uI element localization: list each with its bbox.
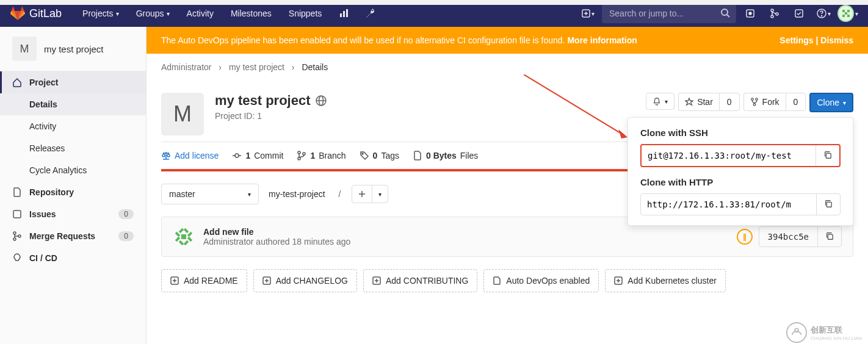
plus-square-icon [262, 276, 271, 285]
notice-more-link[interactable]: More information [567, 35, 637, 45]
copy-ssh-button[interactable] [816, 145, 839, 166]
svg-rect-49 [179, 240, 184, 245]
help-icon[interactable]: ▾ [813, 3, 834, 24]
todos-icon[interactable] [789, 3, 809, 24]
plus-square-icon [170, 276, 179, 285]
nav-projects[interactable]: Projects▾ [74, 2, 128, 24]
svg-rect-45 [179, 228, 184, 233]
sidebar-item-activity[interactable]: Activity [0, 115, 146, 137]
auto-devops-button[interactable]: Auto DevOps enabled [483, 269, 599, 292]
scrollbar-top[interactable] [0, 0, 868, 5]
merge-icon[interactable] [764, 3, 785, 24]
issues-icon[interactable] [740, 3, 761, 24]
copy-hash-button[interactable] [817, 227, 841, 246]
clone-ssh-field [640, 144, 841, 167]
files-link[interactable]: 0 Bytes Files [413, 151, 478, 160]
breadcrumb: Administrator › my test project › Detail… [146, 54, 868, 81]
svg-rect-0 [340, 13, 342, 17]
breadcrumb-admin[interactable]: Administrator [161, 62, 211, 72]
svg-rect-19 [842, 15, 845, 17]
add-license-link[interactable]: Add license [161, 151, 219, 160]
svg-rect-46 [187, 232, 192, 237]
logo[interactable]: GitLab [10, 6, 62, 21]
svg-rect-16 [842, 10, 845, 12]
nav-snippets[interactable]: Snippets [280, 2, 330, 24]
tag-icon [360, 151, 369, 160]
pipeline-status-icon[interactable]: || [737, 229, 753, 245]
svg-line-33 [524, 74, 624, 135]
merge-sidebar-icon [12, 231, 22, 241]
notice-dismiss-link[interactable]: Dismiss [820, 35, 853, 45]
fork-count[interactable]: 0 [786, 93, 806, 111]
chevron-down-icon: ▾ [116, 10, 119, 17]
sidebar-item-issues[interactable]: Issues 0 [0, 203, 146, 225]
svg-point-6 [722, 9, 728, 15]
watermark-text: 创新互联 [811, 325, 862, 336]
sidebar-item-cycle[interactable]: Cycle Analytics [0, 159, 146, 181]
chevron-down-icon: ▾ [843, 99, 846, 106]
user-menu[interactable]: ▾ [837, 3, 858, 24]
svg-rect-20 [847, 15, 850, 17]
fork-button[interactable]: Fork [743, 93, 786, 111]
clone-ssh-title: Clone with SSH [640, 128, 841, 138]
svg-rect-50 [187, 237, 192, 242]
nav-milestones[interactable]: Milestones [222, 2, 280, 24]
nav-activity[interactable]: Activity [178, 2, 222, 24]
svg-point-29 [755, 98, 758, 101]
fork-icon [750, 98, 759, 106]
chevron-down-icon: ▾ [378, 191, 382, 198]
add-changelog-button[interactable]: Add CHANGELOG [253, 269, 357, 292]
sidebar-item-details[interactable]: Details [0, 93, 146, 115]
star-count[interactable]: 0 [719, 93, 740, 111]
notification-button[interactable]: ▾ [646, 93, 675, 110]
svg-rect-18 [845, 12, 847, 15]
add-contributing-button[interactable]: Add CONTRIBUTING [363, 269, 477, 292]
add-file-dropdown: ▾ [352, 185, 388, 203]
annotation-arrow [524, 74, 634, 148]
plus-dropdown-toggle[interactable]: ▾ [372, 185, 388, 203]
svg-point-15 [821, 16, 822, 16]
svg-rect-2 [346, 9, 348, 17]
plus-button[interactable]: ▾ [577, 3, 598, 24]
project-avatar: M [161, 93, 204, 135]
sidebar-item-merge[interactable]: Merge Requests 0 [0, 225, 146, 247]
clone-ssh-input[interactable] [642, 145, 816, 166]
copy-http-button[interactable] [816, 194, 840, 215]
sidebar-project-header[interactable]: M my test project [0, 27, 146, 71]
main: The Auto DevOps pipeline has been enable… [146, 27, 868, 344]
repo-path[interactable]: my-test-project [266, 184, 328, 204]
clone-http-title: Clone with HTTP [640, 177, 841, 187]
add-readme-button[interactable]: Add README [161, 269, 247, 292]
devops-notice: The Auto DevOps pipeline has been enable… [146, 27, 868, 54]
svg-point-38 [298, 151, 300, 154]
breadcrumb-project[interactable]: my test project [229, 62, 284, 72]
plus-add-button[interactable] [352, 185, 372, 203]
svg-point-23 [13, 238, 16, 240]
commits-link[interactable]: 1 Commit [232, 151, 283, 160]
commit-hash[interactable]: 394bcc5e [759, 227, 817, 246]
branches-link[interactable]: 1 Branch [297, 151, 345, 160]
sidebar-item-releases[interactable]: Releases [0, 137, 146, 159]
sidebar-item-project[interactable]: Project [0, 71, 146, 93]
nav-wrench-icon[interactable] [357, 2, 384, 24]
globe-icon [316, 95, 327, 106]
search-input[interactable] [602, 4, 736, 23]
star-button[interactable]: Star [678, 93, 719, 111]
clone-button[interactable]: Clone ▾ [809, 93, 853, 112]
svg-rect-53 [828, 234, 833, 239]
branch-selector[interactable]: master ▾ [161, 184, 259, 204]
tags-link[interactable]: 0 Tags [360, 151, 399, 160]
project-id: Project ID: 1 [215, 111, 327, 121]
clone-http-input[interactable] [641, 194, 816, 215]
chevron-down-icon: ▾ [665, 98, 668, 105]
svg-rect-32 [826, 202, 831, 207]
sidebar-item-repository[interactable]: Repository [0, 181, 146, 203]
issues-sidebar-icon [12, 209, 22, 219]
nav-groups[interactable]: Groups▾ [128, 2, 178, 24]
nav-charts-icon[interactable] [330, 2, 357, 24]
project-letter-icon: M [12, 37, 37, 61]
add-k8s-button[interactable]: Add Kubernetes cluster [605, 269, 726, 292]
commit-title[interactable]: Add new file [203, 227, 350, 237]
notice-settings-link[interactable]: Settings [779, 35, 813, 45]
sidebar-item-cicd[interactable]: CI / CD [0, 247, 146, 269]
